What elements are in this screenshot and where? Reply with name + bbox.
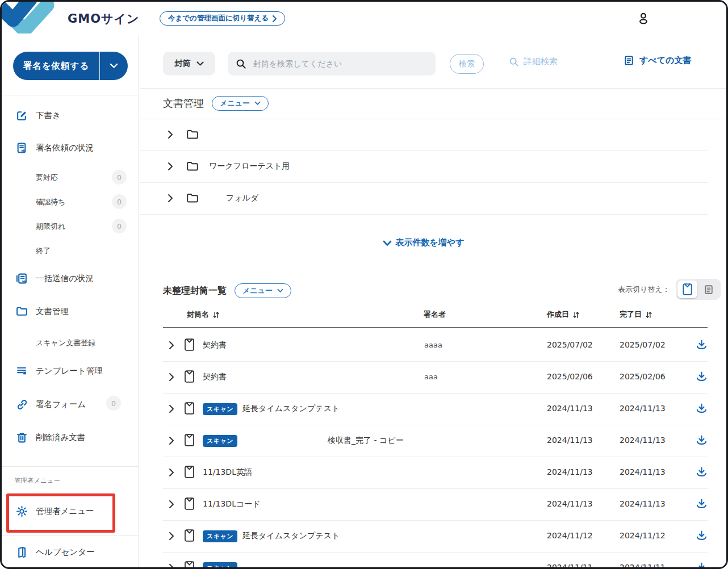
row-expand-chevron[interactable] [169, 341, 174, 352]
sidebar-item-document-management[interactable]: 文書管理 [15, 304, 69, 318]
envelope-view-button[interactable] [677, 281, 697, 298]
admin-section-label: 管理者メニュー [14, 476, 60, 485]
row-expand-chevron[interactable] [169, 468, 174, 479]
view-toggle: 表示切り替え： [618, 279, 721, 300]
download-icon [696, 371, 708, 382]
expand-chevron-icon[interactable] [168, 130, 173, 139]
sidebar-subitem-needs-action[interactable]: 要対応 0 [36, 171, 58, 184]
envelope-icon [185, 466, 194, 478]
sidebar-subitem-finished[interactable]: 終了 [36, 245, 51, 257]
load-more-link[interactable]: 表示件数を増やす [140, 237, 708, 248]
completed-date-cell: 2024/11/13 [620, 404, 666, 413]
download-button[interactable] [696, 371, 708, 384]
request-dropdown-toggle[interactable] [100, 63, 128, 69]
folder-row[interactable]: ワークフローテスト用 [140, 150, 708, 183]
download-button[interactable] [696, 434, 708, 448]
switch-admin-view-button[interactable]: 今までの管理画面に切り替える [160, 11, 285, 26]
chevron-right-icon [169, 468, 174, 477]
sidebar-subitem-scan-document-registration[interactable]: スキャン文書登録 [36, 337, 95, 349]
sidebar-item-help-center[interactable]: ヘルプセンター [15, 545, 95, 559]
download-button[interactable] [696, 562, 708, 569]
view-toggle-group [676, 279, 721, 300]
envelope-row: 11/13DLコード2024/11/132024/11/13 [163, 488, 708, 521]
main-content: 封筒 検索 詳細検索 すべての文書 文書管理 メニュー [140, 35, 728, 569]
column-header-signer: 署名者 [424, 309, 446, 320]
count-badge: 0 [112, 194, 127, 209]
doc-section-menu-button[interactable]: メニュー [212, 96, 269, 111]
sidebar-item-admin-menu[interactable]: 管理者メニュー [15, 504, 94, 518]
list-view-button[interactable] [699, 281, 719, 298]
template-list-icon [15, 365, 28, 377]
divider [140, 88, 728, 89]
user-account-icon[interactable] [636, 11, 651, 28]
column-header-name[interactable]: 封筒名 [187, 309, 220, 320]
signer-cell: aaaa [424, 341, 442, 349]
completed-date-cell: 2025/07/02 [620, 340, 666, 349]
link-icon [15, 398, 28, 411]
expand-chevron-icon[interactable] [168, 162, 173, 171]
sidebar-divider [2, 466, 139, 467]
download-icon [696, 434, 708, 446]
download-button[interactable] [696, 498, 708, 512]
download-button[interactable] [696, 530, 708, 543]
download-icon [696, 498, 708, 509]
row-expand-chevron[interactable] [169, 532, 174, 543]
sidebar-subitem-label: 要対応 [36, 173, 58, 183]
sidebar-item-request-status[interactable]: 署名依頼の状況 [15, 141, 94, 154]
folder-icon [15, 305, 28, 317]
column-header-completed[interactable]: 完了日 [620, 309, 652, 320]
section-title: 未整理封筒一覧 [163, 285, 227, 297]
chevron-down-icon [196, 61, 204, 66]
envelope-row: スキャン延長タイムスタンプテスト2024/11/122024/11/12 [163, 520, 708, 553]
sidebar-subitem-awaiting-confirmation[interactable]: 確認待ち 0 [36, 196, 65, 208]
chevron-down-icon [110, 63, 118, 69]
chevron-right-icon [169, 532, 174, 541]
advanced-search-link[interactable]: 詳細検索 [509, 56, 558, 67]
sidebar-item-template-management[interactable]: テンプレート管理 [15, 364, 103, 378]
folder-name: ワークフローテスト用 [209, 161, 290, 171]
envelope-row: スキャン延長タイムスタンプテスト2024/11/132024/11/13 [163, 393, 708, 425]
row-expand-chevron[interactable] [169, 563, 174, 569]
search-category-dropdown[interactable]: 封筒 [163, 52, 215, 76]
download-button[interactable] [696, 466, 708, 480]
download-button[interactable] [696, 403, 708, 416]
all-documents-link[interactable]: すべての文書 [624, 55, 691, 66]
envelope-section-menu-button[interactable]: メニュー [235, 283, 291, 298]
row-expand-chevron[interactable] [169, 436, 174, 447]
envelope-row: 11/13DL英語2024/11/132024/11/13 [163, 457, 708, 489]
sort-icon[interactable] [212, 311, 220, 319]
folder-name: フォルダ [226, 193, 258, 203]
sort-icon[interactable] [645, 311, 652, 319]
folder-row[interactable] [140, 119, 708, 151]
row-expand-chevron[interactable] [169, 373, 174, 384]
download-button[interactable] [696, 339, 708, 353]
row-expand-chevron[interactable] [169, 404, 174, 416]
scan-badge: スキャン [203, 403, 237, 415]
sidebar-item-signature-form[interactable]: 署名フォーム 0 [15, 398, 86, 411]
search-submit-button[interactable]: 検索 [450, 54, 484, 74]
expand-chevron-icon[interactable] [168, 194, 173, 203]
sidebar-item-bulk-send-status[interactable]: 一括送信の状況 [15, 271, 94, 285]
column-header-created[interactable]: 作成日 [547, 309, 580, 320]
sidebar-item-drafts[interactable]: 下書き [15, 108, 61, 122]
sort-icon[interactable] [572, 311, 580, 319]
sidebar-item-label: 署名フォーム [36, 399, 86, 410]
sidebar-subitem-expired[interactable]: 期限切れ 0 [36, 220, 65, 233]
document-list-icon [704, 284, 714, 295]
search-input[interactable] [252, 58, 428, 69]
envelope-name: 11/13DLコード [203, 499, 261, 509]
sidebar-subitem-label: スキャン文書登録 [36, 338, 95, 348]
envelope-name: 契約書 [203, 340, 227, 350]
envelope-section-header: 未整理封筒一覧 メニュー [163, 283, 291, 298]
request-signature-button[interactable]: 署名を依頼する [13, 52, 128, 80]
sidebar: 署名を依頼する 下書き 署名依頼の状況 要対応 0 確認待ち 0 [2, 35, 139, 569]
sidebar-item-deleted-documents[interactable]: 削除済み文書 [15, 430, 85, 444]
chevron-right-icon [169, 404, 174, 413]
completed-date-cell: 2024/11/11 [620, 563, 666, 569]
envelope-table-header: 封筒名 署名者 作成日 完了日 [163, 306, 708, 328]
sidebar-item-label: 下書き [36, 110, 61, 121]
folder-row[interactable]: フォルダ [140, 182, 708, 215]
sidebar-item-label: 管理者メニュー [36, 506, 94, 517]
column-header-label: 作成日 [547, 309, 569, 320]
row-expand-chevron[interactable] [169, 500, 174, 511]
